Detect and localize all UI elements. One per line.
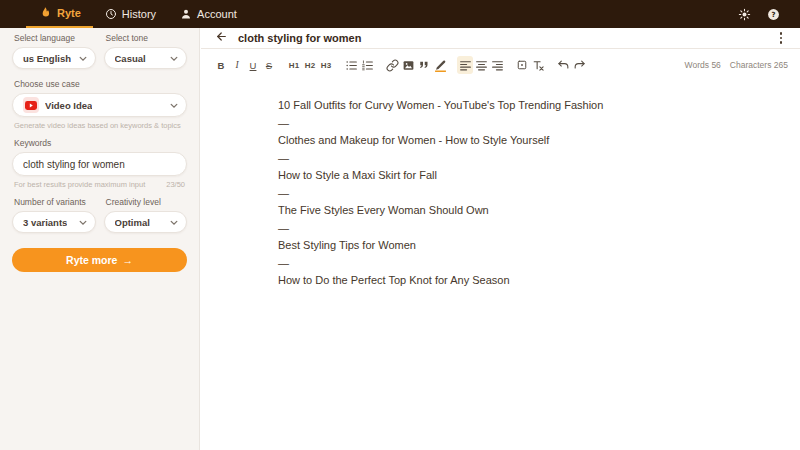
nav-tab-account[interactable]: Account xyxy=(168,0,249,28)
ryte-flame-icon xyxy=(38,6,52,20)
clock-icon xyxy=(105,8,117,20)
tone-select[interactable]: Casual xyxy=(104,47,188,69)
document-title: cloth styling for women xyxy=(238,32,361,44)
highlight-color-icon-button[interactable] xyxy=(514,56,530,74)
editor-title-line: The Five Styles Every Woman Should Own xyxy=(278,202,770,220)
back-button[interactable] xyxy=(215,30,228,46)
clear-format-icon-button[interactable] xyxy=(530,56,546,74)
language-label: Select language xyxy=(12,33,96,43)
editor-divider-line: — xyxy=(278,255,770,273)
ordered-list-icon-button[interactable] xyxy=(359,56,375,74)
ryte-more-button[interactable]: Ryte more → xyxy=(12,248,187,272)
editor-divider-line: — xyxy=(278,150,770,168)
undo-icon-button[interactable] xyxy=(555,56,571,74)
chevron-down-icon xyxy=(170,100,178,111)
account-label: Account xyxy=(197,8,237,20)
chevron-down-icon xyxy=(170,217,178,228)
toolbar-group: BIUS xyxy=(213,56,277,74)
insert-link-icon-button[interactable] xyxy=(384,56,400,74)
creativity-select[interactable]: Optimal xyxy=(104,211,188,233)
editor-toolbar: BIUSH1H2H3 Words 56 Characters 265 xyxy=(201,49,800,78)
toolbar-group xyxy=(457,56,505,74)
heading-3-button[interactable]: H3 xyxy=(318,56,334,74)
use-case-select[interactable]: Video Idea xyxy=(12,93,187,117)
characters-value: 265 xyxy=(774,60,788,70)
heading-2-button[interactable]: H2 xyxy=(302,56,318,74)
nav-tab-history[interactable]: History xyxy=(93,0,168,28)
toolbar-group xyxy=(384,56,448,74)
align-left-icon-button[interactable] xyxy=(457,56,473,74)
editor-title-line: How to Style a Maxi Skirt for Fall xyxy=(278,167,770,185)
underline-button[interactable]: U xyxy=(245,56,261,74)
editor-divider-line: — xyxy=(278,115,770,133)
language-select[interactable]: us English xyxy=(12,47,96,69)
chevron-down-icon xyxy=(170,53,178,64)
chevron-down-icon xyxy=(79,217,87,228)
keywords-helper-text: For best results provide maximum input xyxy=(14,180,145,189)
arrow-right-icon: → xyxy=(122,254,133,266)
more-options-kebab-icon[interactable] xyxy=(776,30,787,46)
language-value: us English xyxy=(23,53,71,64)
arrow-left-icon xyxy=(215,30,228,46)
brand-label: Ryte xyxy=(57,7,81,19)
align-center-icon-button[interactable] xyxy=(473,56,489,74)
svg-text:?: ? xyxy=(771,9,775,18)
words-label: Words xyxy=(685,60,709,70)
user-icon xyxy=(180,8,192,20)
variants-label: Number of variants xyxy=(12,197,96,207)
insert-image-icon-button[interactable] xyxy=(400,56,416,74)
keywords-input[interactable] xyxy=(12,152,187,176)
theme-toggle-sun-icon[interactable] xyxy=(738,8,751,21)
sidebar: Select language us English Select tone C… xyxy=(0,28,200,450)
blockquote-icon-button[interactable] xyxy=(416,56,432,74)
heading-1-button[interactable]: H1 xyxy=(286,56,302,74)
characters-label: Characters xyxy=(730,60,772,70)
use-case-helper-text: Generate video ideas based on keywords &… xyxy=(12,121,187,130)
history-label: History xyxy=(122,8,156,20)
app-window: Ryte History Account ? Select la xyxy=(0,0,800,450)
navbar-actions: ? xyxy=(738,0,800,28)
tone-value: Casual xyxy=(115,53,146,64)
word-char-counter: Words 56 Characters 265 xyxy=(685,60,788,70)
words-value: 56 xyxy=(711,60,720,70)
text-color-icon-button[interactable] xyxy=(432,56,448,74)
editor-divider-line: — xyxy=(278,220,770,238)
editor-title-line: Best Styling Tips for Women xyxy=(278,237,770,255)
keywords-char-counter: 23/50 xyxy=(166,180,185,189)
tone-label: Select tone xyxy=(104,33,188,43)
help-icon[interactable]: ? xyxy=(767,8,780,21)
toolbar-group: H1H2H3 xyxy=(286,56,334,74)
toolbar-group xyxy=(555,56,587,74)
youtube-icon xyxy=(23,97,39,113)
editor-content[interactable]: 10 Fall Outfits for Curvy Women - YouTub… xyxy=(201,78,800,290)
toolbar-group xyxy=(514,56,546,74)
variants-select[interactable]: 3 variants xyxy=(12,211,96,233)
bold-button[interactable]: B xyxy=(213,56,229,74)
document-header: cloth styling for women xyxy=(201,28,800,49)
align-right-icon-button[interactable] xyxy=(489,56,505,74)
editor-title-line: Clothes and Makeup for Women - How to St… xyxy=(278,132,770,150)
main-panel: cloth styling for women BIUSH1H2H3 Words… xyxy=(201,28,800,450)
redo-icon-button[interactable] xyxy=(571,56,587,74)
bullet-list-icon-button[interactable] xyxy=(343,56,359,74)
use-case-label: Choose use case xyxy=(12,79,187,89)
creativity-label: Creativity level xyxy=(104,197,188,207)
toolbar-group xyxy=(343,56,375,74)
creativity-value: Optimal xyxy=(115,217,150,228)
top-navbar: Ryte History Account ? xyxy=(0,0,800,28)
italic-button[interactable]: I xyxy=(229,56,245,74)
keywords-label: Keywords xyxy=(12,138,187,148)
editor-divider-line: — xyxy=(278,185,770,203)
strikethrough-button[interactable]: S xyxy=(261,56,277,74)
editor-title-line: How to Do the Perfect Top Knot for Any S… xyxy=(278,272,770,290)
chevron-down-icon xyxy=(79,53,87,64)
nav-tab-ryte[interactable]: Ryte xyxy=(26,0,93,28)
variants-value: 3 variants xyxy=(23,217,67,228)
editor-title-line: 10 Fall Outfits for Curvy Women - YouTub… xyxy=(278,97,770,115)
ryte-more-label: Ryte more xyxy=(66,254,117,266)
use-case-value: Video Idea xyxy=(45,100,92,111)
